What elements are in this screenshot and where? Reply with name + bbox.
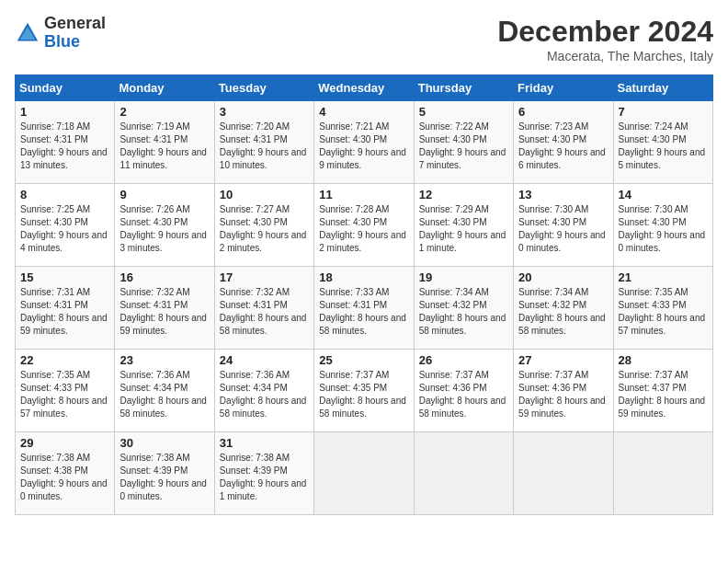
calendar-cell: 18 Sunrise: 7:33 AMSunset: 4:31 PMDaylig…: [314, 267, 414, 350]
day-number: 3: [220, 105, 309, 119]
day-number: 6: [518, 105, 608, 119]
day-number: 27: [518, 353, 608, 367]
day-number: 25: [319, 353, 408, 367]
weekday-header: Wednesday: [314, 75, 414, 101]
day-info: Sunrise: 7:22 AMSunset: 4:30 PMDaylight:…: [419, 121, 506, 170]
calendar-cell: [613, 432, 712, 515]
day-info: Sunrise: 7:34 AMSunset: 4:32 PMDaylight:…: [518, 287, 606, 336]
day-info: Sunrise: 7:36 AMSunset: 4:34 PMDaylight:…: [220, 370, 307, 419]
day-number: 1: [20, 105, 109, 119]
calendar-cell: [414, 432, 513, 515]
calendar-cell: 31 Sunrise: 7:38 AMSunset: 4:39 PMDaylig…: [214, 432, 313, 515]
day-info: Sunrise: 7:30 AMSunset: 4:30 PMDaylight:…: [518, 204, 606, 253]
calendar-cell: 12 Sunrise: 7:29 AMSunset: 4:30 PMDaylig…: [414, 184, 513, 267]
day-number: 17: [220, 270, 309, 284]
day-info: Sunrise: 7:26 AMSunset: 4:30 PMDaylight:…: [119, 204, 207, 253]
day-number: 20: [518, 270, 608, 284]
day-info: Sunrise: 7:34 AMSunset: 4:32 PMDaylight:…: [419, 287, 506, 336]
day-info: Sunrise: 7:24 AMSunset: 4:30 PMDaylight:…: [619, 121, 706, 170]
day-info: Sunrise: 7:28 AMSunset: 4:30 PMDaylight:…: [319, 204, 406, 253]
calendar-cell: 4 Sunrise: 7:21 AMSunset: 4:30 PMDayligh…: [314, 101, 414, 184]
day-number: 12: [419, 188, 508, 201]
day-info: Sunrise: 7:37 AMSunset: 4:35 PMDaylight:…: [319, 370, 406, 419]
day-info: Sunrise: 7:38 AMSunset: 4:38 PMDaylight:…: [20, 453, 108, 501]
calendar-cell: 16 Sunrise: 7:32 AMSunset: 4:31 PMDaylig…: [115, 267, 214, 350]
day-info: Sunrise: 7:35 AMSunset: 4:33 PMDaylight:…: [20, 370, 108, 419]
day-info: Sunrise: 7:29 AMSunset: 4:30 PMDaylight:…: [419, 204, 506, 253]
day-info: Sunrise: 7:33 AMSunset: 4:31 PMDaylight:…: [319, 287, 406, 336]
day-info: Sunrise: 7:19 AMSunset: 4:31 PMDaylight:…: [119, 121, 207, 170]
day-number: 14: [619, 188, 708, 201]
day-info: Sunrise: 7:38 AMSunset: 4:39 PMDaylight:…: [119, 453, 207, 501]
logo: General Blue: [15, 15, 106, 52]
day-info: Sunrise: 7:27 AMSunset: 4:30 PMDaylight:…: [220, 204, 307, 253]
day-info: Sunrise: 7:31 AMSunset: 4:31 PMDaylight:…: [20, 287, 108, 336]
weekday-header: Thursday: [414, 75, 513, 101]
day-number: 26: [419, 353, 508, 367]
day-info: Sunrise: 7:30 AMSunset: 4:30 PMDaylight:…: [619, 204, 706, 253]
day-info: Sunrise: 7:36 AMSunset: 4:34 PMDaylight:…: [119, 370, 207, 419]
weekday-header-row: SundayMondayTuesdayWednesdayThursdayFrid…: [16, 75, 713, 101]
calendar-cell: 5 Sunrise: 7:22 AMSunset: 4:30 PMDayligh…: [414, 101, 513, 184]
calendar-cell: 10 Sunrise: 7:27 AMSunset: 4:30 PMDaylig…: [214, 184, 313, 267]
calendar-cell: 20 Sunrise: 7:34 AMSunset: 4:32 PMDaylig…: [514, 267, 613, 350]
day-number: 9: [119, 188, 209, 201]
day-number: 18: [319, 270, 408, 284]
title-block: December 2024 Macerata, The Marches, Ita…: [497, 15, 713, 63]
day-number: 29: [20, 436, 109, 450]
calendar-cell: 26 Sunrise: 7:37 AMSunset: 4:36 PMDaylig…: [414, 350, 513, 432]
day-number: 11: [319, 188, 408, 201]
day-number: 31: [220, 436, 309, 450]
day-info: Sunrise: 7:23 AMSunset: 4:30 PMDaylight:…: [518, 121, 606, 170]
day-info: Sunrise: 7:25 AMSunset: 4:30 PMDaylight:…: [20, 204, 108, 253]
calendar-week-row: 8 Sunrise: 7:25 AMSunset: 4:30 PMDayligh…: [16, 184, 713, 267]
day-info: Sunrise: 7:35 AMSunset: 4:33 PMDaylight:…: [619, 287, 706, 336]
logo-text: General Blue: [44, 15, 106, 52]
weekday-header: Saturday: [613, 75, 712, 101]
logo-icon: [15, 20, 40, 46]
calendar-cell: 3 Sunrise: 7:20 AMSunset: 4:31 PMDayligh…: [214, 101, 313, 184]
day-number: 23: [119, 353, 209, 367]
calendar-cell: 1 Sunrise: 7:18 AMSunset: 4:31 PMDayligh…: [16, 101, 115, 184]
day-number: 28: [619, 353, 708, 367]
day-number: 7: [619, 105, 708, 119]
calendar-cell: 17 Sunrise: 7:32 AMSunset: 4:31 PMDaylig…: [214, 267, 313, 350]
day-info: Sunrise: 7:32 AMSunset: 4:31 PMDaylight:…: [220, 287, 307, 336]
calendar: SundayMondayTuesdayWednesdayThursdayFrid…: [15, 75, 713, 515]
weekday-header: Sunday: [16, 75, 115, 101]
day-info: Sunrise: 7:37 AMSunset: 4:36 PMDaylight:…: [518, 370, 606, 419]
day-info: Sunrise: 7:37 AMSunset: 4:37 PMDaylight:…: [619, 370, 706, 419]
day-number: 8: [20, 188, 109, 201]
calendar-cell: 19 Sunrise: 7:34 AMSunset: 4:32 PMDaylig…: [414, 267, 513, 350]
weekday-header: Monday: [115, 75, 214, 101]
day-number: 10: [220, 188, 309, 201]
day-number: 15: [20, 270, 109, 284]
calendar-week-row: 1 Sunrise: 7:18 AMSunset: 4:31 PMDayligh…: [16, 101, 713, 184]
day-number: 22: [20, 353, 109, 367]
calendar-cell: 15 Sunrise: 7:31 AMSunset: 4:31 PMDaylig…: [16, 267, 115, 350]
page-header: General Blue December 2024 Macerata, The…: [15, 15, 713, 63]
day-info: Sunrise: 7:20 AMSunset: 4:31 PMDaylight:…: [220, 121, 307, 170]
calendar-cell: 25 Sunrise: 7:37 AMSunset: 4:35 PMDaylig…: [314, 350, 414, 432]
calendar-week-row: 15 Sunrise: 7:31 AMSunset: 4:31 PMDaylig…: [16, 267, 713, 350]
calendar-cell: 8 Sunrise: 7:25 AMSunset: 4:30 PMDayligh…: [16, 184, 115, 267]
day-info: Sunrise: 7:32 AMSunset: 4:31 PMDaylight:…: [119, 287, 207, 336]
logo-blue: Blue: [44, 32, 80, 51]
calendar-cell: 9 Sunrise: 7:26 AMSunset: 4:30 PMDayligh…: [115, 184, 214, 267]
day-number: 19: [419, 270, 508, 284]
calendar-cell: 11 Sunrise: 7:28 AMSunset: 4:30 PMDaylig…: [314, 184, 414, 267]
logo-general: General: [44, 14, 106, 32]
calendar-cell: 7 Sunrise: 7:24 AMSunset: 4:30 PMDayligh…: [613, 101, 712, 184]
calendar-week-row: 22 Sunrise: 7:35 AMSunset: 4:33 PMDaylig…: [16, 350, 713, 432]
calendar-cell: 23 Sunrise: 7:36 AMSunset: 4:34 PMDaylig…: [115, 350, 214, 432]
calendar-cell: 14 Sunrise: 7:30 AMSunset: 4:30 PMDaylig…: [613, 184, 712, 267]
calendar-cell: 22 Sunrise: 7:35 AMSunset: 4:33 PMDaylig…: [16, 350, 115, 432]
day-info: Sunrise: 7:37 AMSunset: 4:36 PMDaylight:…: [419, 370, 506, 419]
day-number: 21: [619, 270, 708, 284]
calendar-cell: [514, 432, 613, 515]
weekday-header: Tuesday: [214, 75, 313, 101]
calendar-cell: 28 Sunrise: 7:37 AMSunset: 4:37 PMDaylig…: [613, 350, 712, 432]
calendar-cell: 30 Sunrise: 7:38 AMSunset: 4:39 PMDaylig…: [115, 432, 214, 515]
calendar-cell: 2 Sunrise: 7:19 AMSunset: 4:31 PMDayligh…: [115, 101, 214, 184]
calendar-cell: 13 Sunrise: 7:30 AMSunset: 4:30 PMDaylig…: [514, 184, 613, 267]
